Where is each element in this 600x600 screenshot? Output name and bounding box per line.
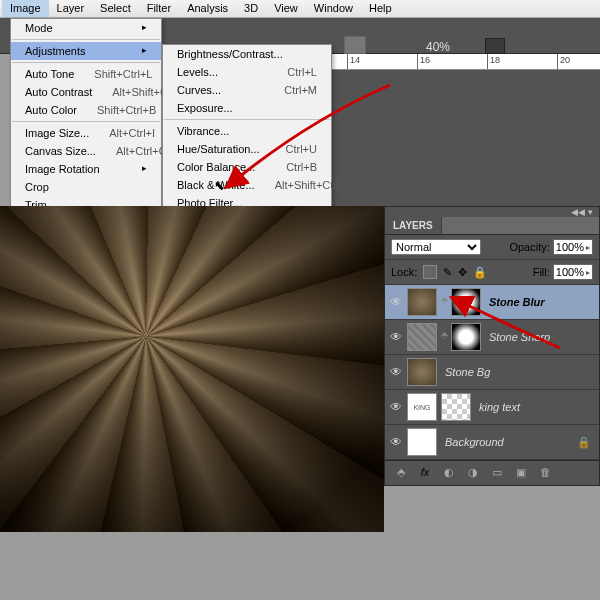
visibility-icon[interactable]: 👁 [389,295,403,309]
adjustment-icon[interactable]: ◑ [465,466,481,480]
menu-item[interactable]: Canvas Size...Alt+Ctrl+C [11,142,161,160]
layer-name[interactable]: Stone Sharp [485,331,550,343]
trash-icon[interactable]: 🗑 [537,466,553,480]
layer-thumbnail[interactable] [407,428,437,456]
lock-all-icon[interactable]: 🔒 [473,266,487,279]
ruler: 14161820 [330,54,600,70]
menu-item[interactable]: Black & White...Alt+Shift+Ctrl+B [163,176,331,194]
menu-analysis[interactable]: Analysis [179,0,236,17]
menu-item[interactable]: Auto ContrastAlt+Shift+Ctrl+L [11,83,161,101]
panel-tabs: LAYERS [385,217,599,235]
menu-item[interactable]: Brightness/Contrast... [163,45,331,63]
group-icon[interactable]: ▭ [489,466,505,480]
fill-value[interactable]: 100%▸ [553,264,593,280]
layer-row[interactable]: 👁Stone Bg [385,355,599,390]
layer-thumbnail[interactable] [407,288,437,316]
layers-panel: ◀◀ ▾ LAYERS Normal Opacity: 100%▸ Lock: … [384,206,600,486]
menu-item[interactable]: Curves...Ctrl+M [163,81,331,99]
menu-item[interactable]: Color Balance...Ctrl+B [163,158,331,176]
menu-item[interactable]: Exposure... [163,99,331,117]
link-layers-icon[interactable]: ⬘ [393,466,409,480]
menu-item[interactable]: Levels...Ctrl+L [163,63,331,81]
zoom-dropdown[interactable] [485,38,505,54]
panel-collapse-icon[interactable]: ◀◀ ▾ [385,207,599,217]
stone-texture-preview [0,206,384,532]
menu-layer[interactable]: Layer [49,0,93,17]
lock-brush-icon[interactable]: ✎ [443,266,452,279]
menu-select[interactable]: Select [92,0,139,17]
mask-thumbnail[interactable] [451,288,481,316]
lock-row: Lock: ✎ ✥ 🔒 Fill: 100%▸ [385,260,599,285]
layer-row[interactable]: 👁KINGking text [385,390,599,425]
visibility-icon[interactable]: 👁 [389,435,403,449]
layer-row[interactable]: 👁⬘Stone Sharp [385,320,599,355]
lock-move-icon[interactable]: ✥ [458,266,467,279]
layer-name[interactable]: Stone Bg [441,366,490,378]
layer-name[interactable]: king text [475,401,520,413]
menu-item[interactable]: Hue/Saturation...Ctrl+U [163,140,331,158]
link-icon[interactable]: ⬘ [441,330,447,344]
workspace-bg [0,532,600,600]
lock-transparency-icon[interactable] [423,265,437,279]
menu-item[interactable]: Image Size...Alt+Ctrl+I [11,124,161,142]
layer-thumbnail[interactable] [407,358,437,386]
visibility-icon[interactable]: 👁 [389,365,403,379]
menu-filter[interactable]: Filter [139,0,179,17]
opacity-value[interactable]: 100%▸ [553,239,593,255]
lock-icon: 🔒 [577,436,595,449]
cursor-icon: ⬉ [214,178,225,193]
blend-row: Normal Opacity: 100%▸ [385,235,599,260]
layer-list: 👁⬘Stone Blur👁⬘Stone Sharp👁Stone Bg👁KINGk… [385,285,599,460]
menu-item[interactable]: Auto ToneShift+Ctrl+L [11,65,161,83]
visibility-icon[interactable]: 👁 [389,330,403,344]
menubar: ImageLayerSelectFilterAnalysis3DViewWind… [0,0,600,18]
canvas-bg [330,70,600,206]
layer-thumbnail[interactable]: KING [407,393,437,421]
lock-label: Lock: [391,266,417,278]
tool-glyph [344,36,366,54]
opacity-label: Opacity: [509,241,549,253]
menu-item[interactable]: Vibrance... [163,122,331,140]
layer-name[interactable]: Stone Blur [485,296,545,308]
layer-row[interactable]: 👁⬘Stone Blur [385,285,599,320]
menu-item[interactable]: Image Rotation [11,160,161,178]
menu-item[interactable]: Mode [11,19,161,37]
menu-3d[interactable]: 3D [236,0,266,17]
menu-item: Crop [11,178,161,196]
menu-item[interactable]: Adjustments [11,42,161,60]
mask-icon[interactable]: ◐ [441,466,457,480]
menu-window[interactable]: Window [306,0,361,17]
menu-item[interactable]: Auto ColorShift+Ctrl+B [11,101,161,119]
transparency-thumb [441,393,471,421]
layer-thumbnail[interactable] [407,323,437,351]
mask-thumbnail[interactable] [451,323,481,351]
zoom-value: 40% [426,40,450,54]
menu-help[interactable]: Help [361,0,400,17]
visibility-icon[interactable]: 👁 [389,400,403,414]
layers-tab[interactable]: LAYERS [385,217,442,234]
menu-view[interactable]: View [266,0,306,17]
layers-footer: ⬘ fx ◐ ◑ ▭ ▣ 🗑 [385,460,599,485]
layer-row[interactable]: 👁Background🔒 [385,425,599,460]
fill-label: Fill: [533,266,550,278]
menu-image[interactable]: Image [2,0,49,17]
fx-icon[interactable]: fx [417,466,433,480]
layer-name[interactable]: Background [441,436,504,448]
link-icon[interactable]: ⬘ [441,295,447,309]
new-layer-icon[interactable]: ▣ [513,466,529,480]
blend-mode-select[interactable]: Normal [391,239,481,255]
